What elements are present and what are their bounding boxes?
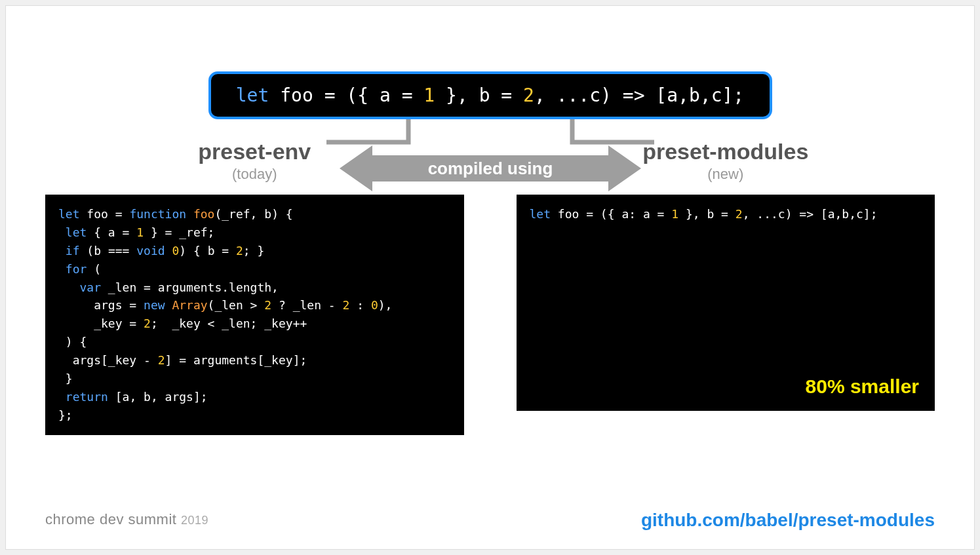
- callout-smaller: 80% smaller: [806, 372, 919, 402]
- slide: let foo = ({ a = 1 }, b = 2, ...c) => [a…: [5, 5, 975, 550]
- event-name: chrome dev summit: [45, 511, 176, 527]
- footer-event: chrome dev summit 2019: [45, 511, 208, 528]
- arrow-label: compiled using: [427, 159, 553, 178]
- source-code-block: let foo = ({ a = 1 }, b = 2, ...c) => [a…: [208, 71, 772, 119]
- code-preset-env: let foo = function foo(_ref, b) { let { …: [45, 195, 464, 435]
- event-year: 2019: [181, 514, 208, 527]
- code-preset-modules: let foo = ({ a: a = 1 }, b = 2, ...c) =>…: [517, 195, 935, 411]
- footer-link[interactable]: github.com/babel/preset-modules: [641, 510, 935, 531]
